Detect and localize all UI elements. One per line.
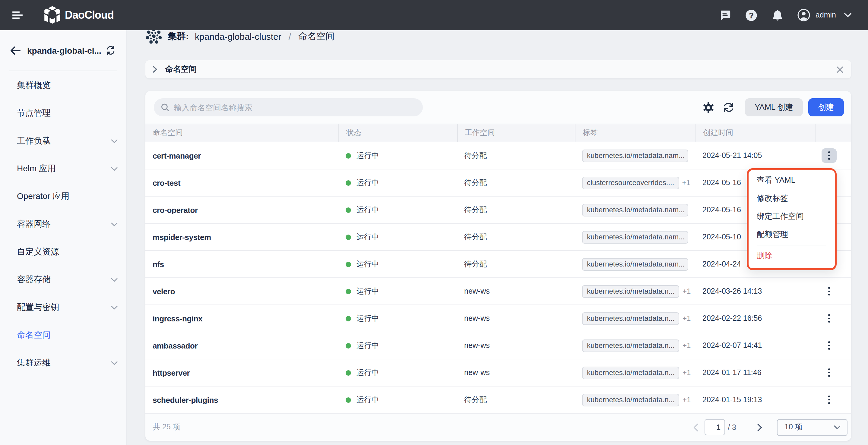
sidebar: kpanda-global-cl... 集群概览 节点管理 工作负载 Helm …: [0, 30, 127, 445]
labels-cell: kubernetes.io/metadata.n...+1: [575, 393, 695, 406]
label-tag: kubernetes.io/metadata.n...: [582, 366, 680, 379]
back-arrow-icon[interactable]: [10, 46, 21, 55]
menu-item-quota-management[interactable]: 配额管理: [748, 225, 835, 243]
sidebar-item-helm-apps[interactable]: Helm 应用: [0, 155, 126, 183]
label-tag: kubernetes.io/metadata.n...: [582, 339, 680, 352]
table-row: cro-test 运行中 待分配 clusterresourceoverride…: [145, 169, 851, 197]
menu-item-view-yaml[interactable]: 查看 YAML: [748, 171, 835, 189]
status-cell: 运行中: [338, 259, 457, 269]
status-dot: [346, 153, 351, 158]
table-row: nfs 运行中 待分配 kubernetes.io/metadata.nam..…: [145, 251, 851, 278]
namespace-name[interactable]: nfs: [145, 260, 338, 268]
namespace-name[interactable]: cro-test: [145, 178, 338, 187]
row-actions-button[interactable]: [822, 284, 837, 298]
sidebar-item-workloads[interactable]: 工作负载: [0, 127, 126, 155]
table-row: ingress-nginx 运行中 new-ws kubernetes.io/m…: [145, 305, 851, 332]
column-header-created: 创建时间: [695, 124, 815, 142]
column-header-workspace: 工作空间: [457, 124, 575, 142]
menu-item-bind-workspace[interactable]: 绑定工作空间: [748, 207, 835, 225]
status-dot: [346, 370, 351, 375]
table-row: mspider-system 运行中 待分配 kubernetes.io/met…: [145, 224, 851, 251]
menu-item-delete[interactable]: 删除: [748, 246, 835, 264]
sidebar-item-cluster-ops[interactable]: 集群运维: [0, 349, 126, 377]
namespace-name[interactable]: cert-manager: [145, 151, 338, 160]
sidebar-item-node-management[interactable]: 节点管理: [0, 99, 126, 127]
workspace-cell: 待分配: [457, 205, 575, 215]
workspace-cell: 待分配: [457, 259, 575, 269]
sidebar-item-namespaces[interactable]: 命名空间: [0, 321, 126, 349]
switch-cluster-icon[interactable]: [105, 46, 116, 55]
page-total: / 3: [728, 423, 736, 432]
table-body: cert-manager 运行中 待分配 kubernetes.io/metad…: [145, 142, 851, 414]
namespace-collapse-panel[interactable]: 命名空间: [145, 60, 851, 78]
menu-toggle-button[interactable]: [12, 11, 23, 19]
workspace-cell: 待分配: [457, 178, 575, 188]
pagination: / 3 10 项: [693, 419, 847, 436]
help-icon[interactable]: ?: [745, 9, 758, 22]
sidebar-item-container-storage[interactable]: 容器存储: [0, 266, 126, 294]
search-input[interactable]: [174, 103, 415, 112]
daocloud-cube-icon: [44, 6, 61, 24]
labels-cell: kubernetes.io/metadata.nam...: [575, 231, 695, 243]
label-tag: kubernetes.io/metadata.n...: [582, 285, 680, 297]
page-size-value: 10 项: [784, 422, 803, 432]
namespace-name[interactable]: ingress-nginx: [145, 314, 338, 323]
actions-cell: [815, 365, 851, 380]
cluster-icon: [145, 28, 162, 44]
labels-cell: kubernetes.io/metadata.n...+1: [575, 285, 695, 297]
refresh-icon[interactable]: [722, 101, 735, 114]
user-menu[interactable]: admin: [810, 11, 852, 19]
messages-icon[interactable]: [719, 9, 732, 22]
status-cell: 运行中: [338, 178, 457, 188]
row-actions-button[interactable]: [822, 148, 837, 163]
label-tag: kubernetes.io/metadata.nam...: [582, 258, 688, 271]
prev-page-icon[interactable]: [693, 423, 698, 432]
namespace-name[interactable]: httpserver: [145, 368, 338, 377]
workspace-cell: 待分配: [457, 395, 575, 405]
sidebar-item-container-network[interactable]: 容器网络: [0, 211, 126, 238]
user-avatar[interactable]: [798, 9, 810, 22]
namespace-name[interactable]: mspider-system: [145, 232, 338, 242]
next-page-icon[interactable]: [757, 423, 762, 432]
actions-cell: [815, 148, 851, 163]
total-count: 共 25 项: [153, 422, 180, 432]
workspace-cell: new-ws: [457, 287, 575, 295]
sidebar-item-cluster-overview[interactable]: 集群概览: [0, 72, 126, 99]
row-actions-button[interactable]: [822, 365, 837, 380]
table-footer: 共 25 项 / 3 10 项: [145, 414, 851, 441]
namespace-name[interactable]: ambassador: [145, 341, 338, 350]
column-header-namespace: 命名空间: [145, 124, 338, 142]
sidebar-item-custom-resources[interactable]: 自定义资源: [0, 238, 126, 266]
namespace-name[interactable]: scheduler-plugins: [145, 395, 338, 404]
status-dot: [346, 180, 351, 185]
table-header: 命名空间 状态 工作空间 标签 创建时间: [145, 124, 851, 142]
breadcrumb: 集群: kpanda-global-cluster / 命名空间: [145, 30, 851, 42]
row-actions-button[interactable]: [822, 311, 837, 326]
create-button[interactable]: 创建: [808, 98, 844, 116]
created-cell: 2024-05-21 14:05: [695, 151, 815, 160]
sidebar-item-operator-apps[interactable]: Operator 应用: [0, 183, 126, 211]
workspace-cell: 待分配: [457, 232, 575, 242]
breadcrumb-cluster[interactable]: kpanda-global-cluster: [195, 31, 281, 41]
label-tag: kubernetes.io/metadata.nam...: [582, 231, 688, 243]
namespace-name[interactable]: velero: [145, 287, 338, 296]
cluster-switcher: kpanda-global-cl...: [0, 30, 126, 70]
labels-cell: kubernetes.io/metadata.n...+1: [575, 339, 695, 352]
menu-item-edit-labels[interactable]: 修改标签: [748, 189, 835, 207]
notifications-bell-icon[interactable]: [772, 9, 784, 22]
status-dot: [346, 397, 351, 403]
row-actions-button[interactable]: [822, 338, 837, 353]
sidebar-item-config-secrets[interactable]: 配置与密钥: [0, 294, 126, 321]
created-cell: 2024-03-26 14:13: [695, 287, 815, 295]
page-number-input[interactable]: [704, 419, 725, 435]
status-cell: 运行中: [338, 368, 457, 378]
row-actions-button[interactable]: [822, 392, 837, 407]
page-size-select[interactable]: 10 项: [777, 419, 847, 436]
yaml-create-button[interactable]: YAML 创建: [745, 98, 803, 116]
label-tag: kubernetes.io/metadata.nam...: [582, 203, 688, 216]
created-cell: 2024-01-17 11:46: [695, 369, 815, 377]
close-icon[interactable]: [836, 65, 843, 73]
namespace-name[interactable]: cro-operator: [145, 205, 338, 214]
settings-gear-icon[interactable]: [702, 101, 715, 114]
user-chevron-down-icon: [844, 13, 852, 18]
